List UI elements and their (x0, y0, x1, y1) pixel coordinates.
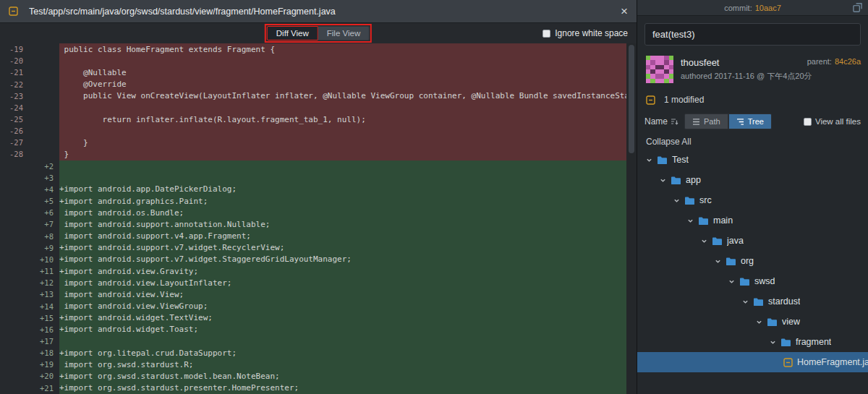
diff-line: -27 } (0, 137, 637, 148)
code-text: import android.os.Bundle; (59, 207, 626, 218)
tree-item-folder[interactable]: view (637, 312, 868, 332)
new-line-number: +10 (29, 255, 59, 264)
tree-view-button[interactable]: Tree (728, 114, 772, 129)
diff-view-button[interactable]: Diff View (267, 26, 318, 40)
diff-line: +16+import android.widget.Toast; (0, 324, 637, 335)
tree-item-label: java (727, 236, 744, 246)
new-line-number: +16 (29, 325, 59, 334)
view-toggle-group: Diff View File View (265, 24, 372, 43)
commit-message: feat(test3) (644, 23, 861, 46)
old-line-number: -19 (0, 45, 29, 53)
code-text: return inflater.inflate(R.layout.fragmen… (59, 114, 626, 125)
diff-line: +5+import android.graphics.Paint; (0, 195, 637, 207)
ignore-whitespace-control[interactable]: Ignore white space (542, 28, 628, 38)
folder-icon (767, 317, 778, 327)
new-line-number: +19 (29, 360, 59, 369)
tree-item-folder[interactable]: src (637, 190, 868, 210)
tree-item-folder[interactable]: main (637, 210, 868, 231)
folder-icon (657, 155, 668, 165)
diff-line: +13 import android.view.View; (0, 288, 637, 300)
view-all-files-checkbox[interactable] (804, 118, 812, 126)
folder-icon (753, 297, 764, 307)
avatar (646, 56, 673, 83)
diff-panel: Test/app/src/main/java/org/swsd/stardust… (0, 0, 637, 394)
new-line-number: +7 (29, 220, 59, 228)
tree-item-label: src (699, 195, 712, 205)
tree-item-label: org (741, 256, 754, 266)
view-all-files-control[interactable]: View all files (804, 117, 861, 126)
tree-item-label: stardust (768, 296, 800, 307)
parent-ref: parent: 84c26a (807, 57, 861, 66)
path-view-button[interactable]: Path (684, 114, 728, 129)
code-text (59, 335, 626, 347)
new-line-number: +3 (29, 174, 59, 182)
expand-icon[interactable] (853, 3, 862, 12)
tree-item-label: view (782, 317, 800, 327)
commit-hash[interactable]: 10aac7 (755, 4, 781, 12)
diff-line: +10+import android.support.v7.widget.Sta… (0, 254, 637, 265)
chevron-down-icon (728, 278, 735, 285)
diff-line: +12 import android.view.LayoutInflater; (0, 277, 637, 288)
code-text: import android.support.annotation.Nullab… (59, 218, 626, 230)
old-line-number: -25 (0, 115, 29, 124)
diff-line: +17 (0, 335, 637, 347)
old-line-number: -26 (0, 127, 29, 135)
chevron-down-icon (660, 177, 666, 184)
diff-line: -26 (0, 125, 637, 137)
tree-item-folder[interactable]: stardust (637, 291, 868, 312)
modified-count: 1 modified (637, 95, 868, 105)
ignore-whitespace-checkbox[interactable] (542, 30, 550, 38)
code-text: +import android.graphics.Paint; (59, 195, 626, 207)
authored-date: authored 2017-11-16 @ 下午4点20分 (681, 71, 812, 82)
tree-item-folder[interactable]: Test (637, 150, 868, 170)
code-text (59, 160, 626, 172)
new-line-number: +11 (29, 267, 59, 275)
old-line-number: -28 (0, 150, 29, 158)
tree-item-file[interactable]: HomeFragment.java (637, 352, 868, 372)
file-view-button[interactable]: File View (318, 26, 370, 40)
diff-line: +7 import android.support.annotation.Nul… (0, 218, 637, 230)
code-text: +import android.view.Gravity; (59, 265, 626, 277)
tree-item-folder[interactable]: fragment (637, 332, 868, 352)
parent-hash[interactable]: 84c26a (835, 57, 861, 66)
diff-scrollbar[interactable] (626, 43, 637, 394)
diff-body: -19 public class HomeFragment extends Fr… (0, 43, 637, 394)
parent-label: parent: (807, 57, 832, 66)
close-button[interactable]: × (621, 5, 628, 17)
new-line-number: +15 (29, 314, 59, 322)
folder-icon (671, 176, 681, 185)
modified-count-label: 1 modified (664, 95, 704, 105)
folder-icon (698, 216, 709, 226)
chevron-down-icon (673, 197, 680, 204)
code-text: import android.view.LayoutInflater; (59, 277, 626, 288)
commit-label: commit: (724, 4, 752, 12)
chevron-down-icon (646, 157, 652, 163)
tree-item-folder[interactable]: java (637, 231, 868, 251)
code-text (59, 102, 626, 114)
tree-item-folder[interactable]: app (637, 170, 868, 190)
tree-icon (736, 119, 744, 125)
diff-line: -22 @Override (0, 78, 637, 90)
diff-line: +11+import android.view.Gravity; (0, 265, 637, 277)
chevron-down-icon (701, 238, 707, 244)
chevron-down-icon (742, 299, 749, 305)
chevron-down-icon (715, 258, 721, 265)
tree-item-folder[interactable]: org (637, 251, 868, 271)
code-text: +import org.swsd.stardust.presenter.Home… (59, 382, 626, 394)
tree-item-label: fragment (796, 337, 831, 347)
name-sort-control[interactable]: Name (644, 116, 678, 127)
file-tree: Testappsrcmainjavaorgswsdstardustviewfra… (637, 150, 868, 394)
ignore-whitespace-label: Ignore white space (555, 28, 628, 38)
old-line-number: -27 (0, 138, 29, 147)
new-line-number: +9 (29, 244, 59, 252)
tree-item-label: app (686, 175, 701, 185)
diff-line: +18+import org.litepal.crud.DataSupport; (0, 347, 637, 359)
diff-line: +14 import android.view.ViewGroup; (0, 300, 637, 312)
tree-item-folder[interactable]: swsd (637, 271, 868, 291)
scrollbar-thumb[interactable] (629, 45, 634, 153)
old-line-number: -23 (0, 92, 29, 100)
diff-line: +9+import android.support.v7.widget.Recy… (0, 242, 637, 254)
collapse-all-button[interactable]: Collapse All (637, 137, 868, 147)
path-button-label: Path (704, 117, 720, 126)
code-text: } (59, 148, 626, 160)
